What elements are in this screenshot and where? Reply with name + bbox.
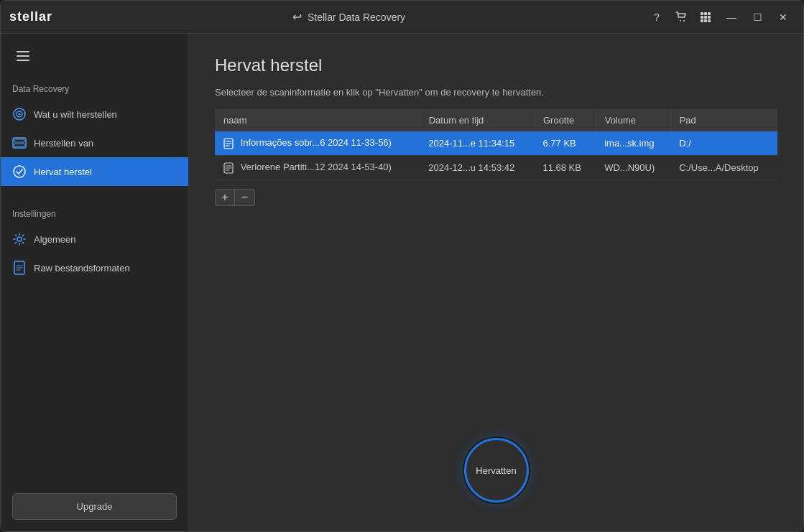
- titlebar-center: ↩ Stellar Data Recovery: [292, 10, 405, 24]
- app-logo: stellar: [9, 9, 52, 24]
- instruction-text: Selecteer de scaninformatie en klik op "…: [215, 87, 777, 98]
- svg-rect-13: [17, 60, 29, 61]
- svg-point-1: [683, 20, 685, 22]
- row1-grootte: 6.77 KB: [534, 131, 596, 155]
- svg-rect-4: [708, 12, 711, 15]
- sidebar-item-hervat-herstel[interactable]: Hervat herstel: [1, 157, 188, 186]
- titlebar-left: stellar: [9, 9, 52, 24]
- drive-icon: [12, 136, 27, 150]
- svg-rect-19: [14, 144, 24, 146]
- upgrade-button[interactable]: Upgrade: [12, 493, 177, 520]
- svg-rect-6: [704, 16, 707, 19]
- grid-button[interactable]: [694, 6, 717, 29]
- resume-button[interactable]: Hervatten: [464, 438, 529, 503]
- col-datum: Datum en tijd: [420, 109, 534, 131]
- page-title: Hervat herstel: [215, 55, 777, 75]
- content-area: Hervat herstel Selecteer de scaninformat…: [189, 34, 803, 531]
- scan-table: naam Datum en tijd Grootte Volume Pad: [215, 109, 777, 180]
- main-layout: Data Recovery Wat u wilt herstellen: [1, 34, 803, 531]
- remove-row-button[interactable]: −: [235, 189, 255, 206]
- minimize-button[interactable]: —: [720, 6, 743, 29]
- sidebar-item-algemeen[interactable]: Algemeen: [1, 225, 188, 253]
- svg-rect-5: [701, 16, 703, 19]
- table-controls: + −: [215, 189, 777, 206]
- row2-naam: Verlorene Partiti...12 2024 14-53-40): [215, 155, 420, 179]
- cart-button[interactable]: [670, 6, 693, 29]
- svg-rect-2: [701, 12, 703, 15]
- svg-rect-12: [17, 55, 29, 57]
- svg-rect-7: [708, 16, 711, 19]
- top-icons: ?: [645, 6, 717, 29]
- help-button[interactable]: ?: [645, 6, 668, 29]
- svg-rect-10: [708, 19, 711, 22]
- svg-point-16: [19, 113, 21, 116]
- upgrade-section: Upgrade: [1, 482, 188, 531]
- col-volume: Volume: [596, 109, 670, 131]
- back-icon: ↩: [292, 10, 302, 24]
- titlebar-right: ?: [645, 6, 795, 29]
- section-instellingen-label: Instellingen: [1, 197, 188, 225]
- sidebar-item-raw[interactable]: Raw bestandsformaten: [1, 253, 188, 282]
- col-naam: naam: [215, 109, 420, 131]
- recover-icon: [12, 107, 27, 121]
- svg-rect-11: [17, 51, 29, 52]
- sidebar-item-herstellen-label: Herstellen van: [34, 138, 93, 149]
- sidebar-item-algemeen-label: Algemeen: [34, 234, 76, 245]
- sidebar-item-hervat-label: Hervat herstel: [34, 167, 92, 177]
- app-title: Stellar Data Recovery: [308, 11, 405, 23]
- col-pad: Pad: [670, 109, 777, 131]
- menu-toggle-button[interactable]: [6, 39, 40, 73]
- file-scan-icon: [223, 138, 234, 149]
- sidebar: Data Recovery Wat u wilt herstellen: [1, 34, 189, 531]
- row2-pad: C:/Use...A/Desktop: [670, 155, 777, 179]
- col-grootte: Grootte: [534, 109, 596, 131]
- sidebar-item-raw-label: Raw bestandsformaten: [34, 263, 130, 274]
- svg-point-20: [14, 166, 25, 177]
- maximize-button[interactable]: ☐: [746, 6, 769, 29]
- row1-naam: Informações sobr...6 2024 11-33-56): [215, 131, 420, 155]
- svg-rect-8: [701, 19, 703, 22]
- resume-button-container: Hervatten: [464, 438, 529, 503]
- sidebar-item-herstellen-van[interactable]: Herstellen van: [1, 129, 188, 157]
- svg-rect-9: [704, 19, 707, 22]
- file-icon: [12, 261, 27, 275]
- gear-icon: [12, 232, 27, 246]
- table-header-row: naam Datum en tijd Grootte Volume Pad: [215, 109, 777, 131]
- file-scan-icon: [223, 162, 234, 174]
- add-row-button[interactable]: +: [215, 189, 235, 206]
- svg-point-0: [680, 20, 681, 22]
- svg-rect-3: [704, 12, 707, 15]
- close-button[interactable]: ✕: [772, 6, 795, 29]
- row2-grootte: 11.68 KB: [534, 155, 596, 179]
- table-row[interactable]: Verlorene Partiti...12 2024 14-53-40) 20…: [215, 155, 777, 179]
- titlebar: stellar ↩ Stellar Data Recovery ?: [1, 1, 803, 34]
- row1-pad: D:/: [670, 131, 777, 155]
- svg-rect-18: [14, 139, 24, 142]
- check-circle-icon: [12, 164, 27, 179]
- row1-volume: ima...sk.img: [596, 131, 670, 155]
- row2-datum: 2024-12...u 14:53:42: [420, 155, 534, 179]
- row2-volume: WD...N90U): [596, 155, 670, 179]
- app-window: stellar ↩ Stellar Data Recovery ?: [0, 0, 804, 532]
- row1-datum: 2024-11...e 11:34:15: [420, 131, 534, 155]
- table-row[interactable]: Informações sobr...6 2024 11-33-56) 2024…: [215, 131, 777, 155]
- sidebar-item-wat-label: Wat u wilt herstellen: [34, 109, 117, 120]
- sidebar-item-wat-u-wilt[interactable]: Wat u wilt herstellen: [1, 100, 188, 129]
- section-data-recovery-label: Data Recovery: [1, 73, 188, 100]
- svg-point-21: [17, 237, 22, 241]
